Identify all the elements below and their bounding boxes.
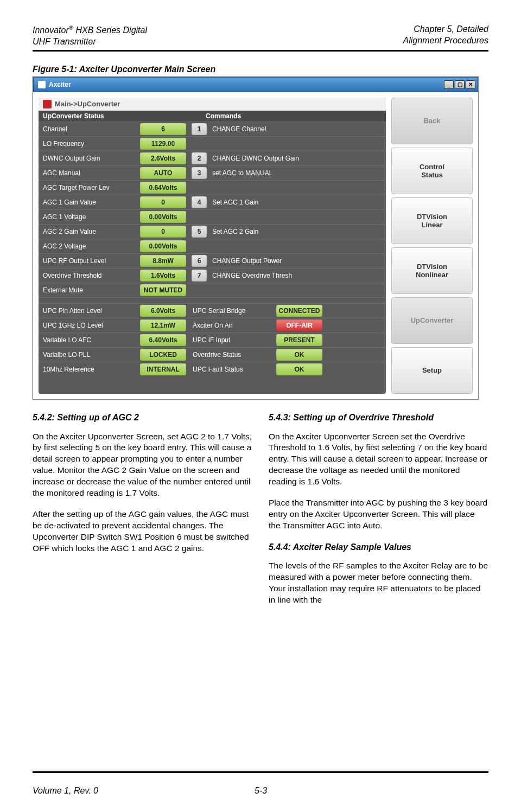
- status-value: 8.8mW: [140, 255, 186, 267]
- status-value: LOCKED: [140, 349, 186, 361]
- heading-5-4-3: 5.4.3: Setting up of Overdrive Threshold: [269, 412, 488, 424]
- minimize-icon[interactable]: _: [444, 80, 454, 89]
- status-row: LO Frequency1129.00: [39, 136, 386, 151]
- status-value: 1129.00: [140, 138, 186, 150]
- heading-5-4-4: 5.4.4: Axciter Relay Sample Values: [269, 541, 488, 553]
- status-row: UPC Pin Atten Level6.0VoltsUPC Serial Br…: [39, 303, 386, 318]
- col-header-commands: Commands: [206, 112, 382, 120]
- status-value: 0: [140, 196, 186, 208]
- command-number-button[interactable]: 2: [192, 152, 207, 164]
- status-label: AGC 1 Voltage: [39, 213, 138, 221]
- header-subtitle: UHF Transmitter: [33, 37, 96, 46]
- footer-left: Volume 1, Rev. 0: [33, 786, 98, 796]
- status-label: External Mute: [39, 286, 138, 294]
- command-label: set AGC to MANUAL: [209, 169, 386, 177]
- status-value: 0.64Volts: [140, 182, 186, 194]
- status-value: 2.6Volts: [140, 152, 186, 164]
- window-buttons: _ ▢ ✕: [444, 80, 475, 89]
- command-label: CHANGE Overdrive Thresh: [209, 272, 386, 279]
- main-panel: Main->UpConverter UpConverter Status Com…: [39, 98, 386, 394]
- status-row: Overdrive Threshold1.6Volts7CHANGE Overd…: [39, 268, 386, 283]
- side-tab[interactable]: ControlStatus: [391, 148, 473, 194]
- status-row: AGC 2 Voltage0.00Volts: [39, 239, 386, 253]
- figure-caption: Figure 5-1: Axciter Upconverter Main Scr…: [33, 65, 488, 74]
- page-header: Innovator® HXB Series Digital UHF Transm…: [33, 24, 488, 48]
- status-label: AGC 2 Voltage: [39, 242, 138, 250]
- command-label: Set AGC 1 Gain: [209, 199, 386, 206]
- paragraph: The levels of the RF samples to the Axci…: [269, 560, 488, 606]
- paragraph: After the setting up of the AGC gain val…: [33, 509, 252, 554]
- command-label: CHANGE Channel: [209, 125, 386, 133]
- command-label: Set AGC 2 Gain: [209, 228, 386, 235]
- status-label: Overdrive Status: [188, 351, 274, 359]
- window-title: Axciter: [49, 81, 71, 88]
- status-row: AGC 1 Voltage0.00Volts: [39, 209, 386, 224]
- status-label: AGC 1 Gain Value: [39, 199, 138, 206]
- footer-rule: [33, 771, 488, 773]
- command-number-button[interactable]: 6: [192, 255, 207, 267]
- maximize-icon[interactable]: ▢: [455, 80, 465, 89]
- side-tab[interactable]: Setup: [391, 347, 473, 394]
- close-icon[interactable]: ✕: [466, 80, 475, 89]
- status-label: AGC Manual: [39, 169, 138, 177]
- header-section: Alignment Procedures: [403, 36, 488, 45]
- command-number-button[interactable]: 7: [192, 270, 207, 282]
- command-number-button[interactable]: 5: [192, 226, 207, 238]
- status-row: Varialbe LO PLLLOCKEDOverdrive StatusOK: [39, 347, 386, 362]
- status-row: Channel61CHANGE Channel: [39, 122, 386, 136]
- status-value: 6.0Volts: [140, 305, 186, 317]
- header-chapter: Chapter 5, Detailed: [414, 24, 488, 34]
- status-label: Overdrive Threshold: [39, 272, 138, 279]
- status-label: Channel: [39, 125, 138, 133]
- status-rows-top: Channel61CHANGE ChannelLO Frequency1129.…: [39, 122, 386, 297]
- command-number-button[interactable]: 4: [192, 196, 207, 208]
- side-tab[interactable]: DTVisionLinear: [391, 197, 473, 244]
- status-value: AUTO: [140, 167, 186, 179]
- status-label: AGC Target Power Lev: [39, 184, 138, 191]
- status-value: OK: [276, 349, 322, 361]
- status-value: 0.00Volts: [140, 211, 186, 223]
- paragraph: On the Axciter Upconverter Screen set th…: [269, 431, 488, 488]
- status-value: INTERNAL: [140, 363, 186, 375]
- breadcrumb-text: Main->UpConverter: [55, 100, 120, 108]
- side-tab[interactable]: DTVisionNonlinear: [391, 247, 473, 294]
- status-value: OFF-AIR: [276, 319, 322, 331]
- header-right: Chapter 5, Detailed Alignment Procedures: [403, 24, 488, 48]
- header-rule: [33, 50, 488, 52]
- status-row: 10Mhz ReferenceINTERNALUPC Fault StatusO…: [39, 362, 386, 376]
- page-footer: Volume 1, Rev. 0 5-3: [33, 786, 488, 796]
- app-icon: [43, 100, 52, 108]
- column-headers: UpConverter Status Commands: [39, 111, 386, 122]
- status-row: UPC 1GHz LO Level12.1mWAxciter On AirOFF…: [39, 318, 386, 333]
- footer-page-number: 5-3: [255, 786, 267, 796]
- row-separator: [39, 297, 386, 303]
- status-row: AGC 1 Gain Value04Set AGC 1 Gain: [39, 195, 386, 209]
- command-number-button[interactable]: 3: [192, 167, 207, 179]
- status-label: LO Frequency: [39, 140, 138, 148]
- status-row: External MuteNOT MUTED: [39, 283, 386, 297]
- side-tab[interactable]: Back: [391, 98, 473, 144]
- paragraph: On the Axciter Upconverter Screen, set A…: [33, 431, 252, 500]
- status-row: AGC Target Power Lev0.64Volts: [39, 180, 386, 195]
- status-label: UPC 1GHz LO Level: [39, 322, 138, 329]
- status-row: AGC 2 Gain Value05Set AGC 2 Gain: [39, 224, 386, 239]
- command-number-button[interactable]: 1: [192, 123, 207, 135]
- side-tab[interactable]: UpConverter: [391, 297, 473, 344]
- status-value: 0: [140, 226, 186, 238]
- page: Innovator® HXB Series Digital UHF Transm…: [0, 0, 521, 812]
- col-header-status: UpConverter Status: [43, 112, 206, 120]
- article-columns: 5.4.2: Setting up of AGC 2 On the Axcite…: [33, 412, 488, 769]
- status-label: UPC Fault Status: [188, 366, 274, 373]
- status-row: UPC RF Output Level8.8mW6CHANGE Output P…: [39, 253, 386, 268]
- status-label: Varialbe LO PLL: [39, 351, 138, 359]
- status-label: 10Mhz Reference: [39, 366, 138, 373]
- status-label: AGC 2 Gain Value: [39, 228, 138, 235]
- status-row: Variable LO AFC6.40VoltsUPC IF InputPRES…: [39, 333, 386, 347]
- status-value: 12.1mW: [140, 319, 186, 331]
- status-label: UPC RF Output Level: [39, 257, 138, 265]
- header-product: Innovator® HXB Series Digital: [33, 25, 147, 35]
- status-value: PRESENT: [276, 334, 322, 346]
- status-label: UPC Pin Atten Level: [39, 307, 138, 315]
- side-tabs: BackControlStatusDTVisionLinearDTVisionN…: [391, 98, 473, 394]
- status-label: Axciter On Air: [188, 322, 274, 329]
